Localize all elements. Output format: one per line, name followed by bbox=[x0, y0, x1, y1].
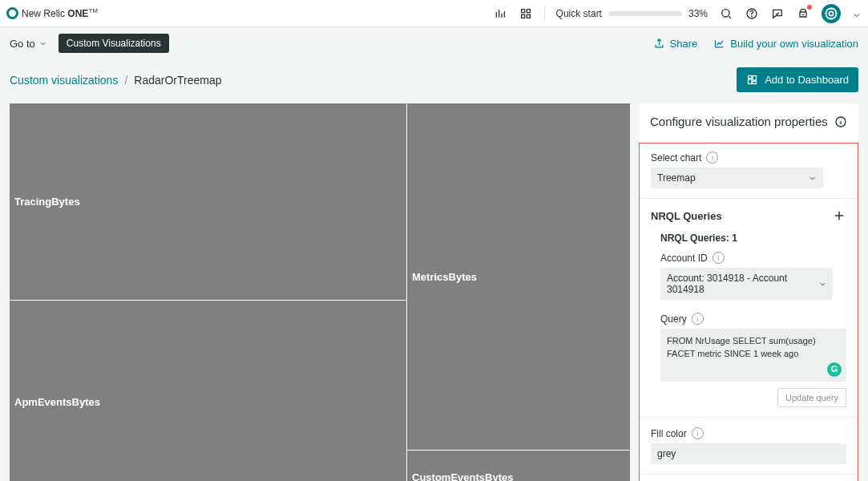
top-header: New Relic ONETM Quick start 33% bbox=[0, 0, 868, 27]
treemap-cell-apmeventsbytes[interactable]: ApmEventsBytes bbox=[10, 301, 406, 481]
update-query-button[interactable]: Update query bbox=[777, 388, 846, 407]
chevron-down-icon bbox=[818, 280, 826, 289]
quick-start-percent: 33% bbox=[688, 8, 708, 19]
select-chart-label: Select chart bbox=[651, 152, 701, 164]
svg-point-7 bbox=[826, 8, 836, 18]
help-icon[interactable] bbox=[745, 6, 759, 21]
build-viz-button[interactable]: Build your own visualization bbox=[713, 38, 858, 50]
panel-title: Configure visualization properties bbox=[650, 115, 834, 128]
query-textarea[interactable]: FROM NrUsage SELECT sum(usage) FACET met… bbox=[660, 329, 846, 382]
breadcrumb-row: Custom visualizations / RadarOrTreemap A… bbox=[0, 59, 868, 103]
content-area: TracingBytes MetricsBytes ApmEventsBytes… bbox=[0, 103, 868, 481]
visualization-preview: TracingBytes MetricsBytes ApmEventsBytes… bbox=[10, 103, 629, 481]
treemap-chart: TracingBytes MetricsBytes ApmEventsBytes… bbox=[10, 103, 629, 481]
svg-rect-9 bbox=[749, 76, 752, 79]
account-dropdown[interactable]: Account: 3014918 - Account 3014918 bbox=[660, 268, 833, 300]
svg-rect-2 bbox=[521, 14, 524, 18]
fill-color-label-row: Fill color i bbox=[651, 427, 846, 439]
fill-color-input[interactable] bbox=[651, 443, 846, 464]
metrics-icon[interactable] bbox=[493, 6, 507, 21]
user-avatar[interactable] bbox=[822, 4, 841, 23]
svg-rect-10 bbox=[753, 76, 756, 81]
secondary-bar: Go to Custom Visualizations Share Build … bbox=[0, 27, 868, 59]
context-pill[interactable]: Custom Visualizations bbox=[59, 34, 169, 53]
quick-start-label: Quick start bbox=[556, 8, 602, 19]
svg-rect-11 bbox=[749, 79, 752, 84]
svg-rect-3 bbox=[527, 14, 530, 18]
share-label: Share bbox=[670, 38, 698, 50]
nrql-count: NRQL Queries: 1 bbox=[651, 232, 846, 244]
logo-icon bbox=[6, 7, 18, 19]
chart-icon bbox=[713, 38, 725, 50]
plus-icon bbox=[832, 208, 846, 223]
apps-icon[interactable] bbox=[519, 6, 533, 21]
chevron-down-icon bbox=[38, 39, 47, 48]
dashboard-icon bbox=[746, 74, 758, 86]
breadcrumb-root[interactable]: Custom visualizations bbox=[10, 74, 118, 87]
query-label: Query bbox=[660, 313, 687, 325]
treemap-cell-tracingbytes[interactable]: TracingBytes bbox=[10, 103, 406, 300]
select-chart-value: Treemap bbox=[657, 172, 696, 184]
header-actions: Quick start 33% bbox=[493, 4, 862, 23]
account-id-label-row: Account ID i bbox=[660, 252, 846, 264]
brand-bold: ONE bbox=[67, 8, 88, 19]
goto-label: Go to bbox=[10, 38, 35, 50]
quick-start[interactable]: Quick start 33% bbox=[556, 8, 708, 19]
info-icon[interactable]: i bbox=[692, 313, 704, 325]
account-id-label: Account ID bbox=[660, 253, 708, 264]
breadcrumb-current: RadarOrTreemap bbox=[134, 74, 221, 87]
info-icon[interactable]: i bbox=[713, 252, 725, 264]
svg-rect-0 bbox=[521, 9, 524, 12]
share-button[interactable]: Share bbox=[653, 38, 698, 50]
properties-panel: Configure visualization properties Selec… bbox=[639, 103, 858, 481]
progress-track bbox=[608, 11, 682, 16]
treemap-cell-metricsbytes[interactable]: MetricsBytes bbox=[407, 103, 630, 450]
brand-text: New Relic ONETM bbox=[22, 7, 98, 19]
treemap-cell-customeventsbytes[interactable]: CustomEventsBytes bbox=[407, 451, 630, 481]
search-icon[interactable] bbox=[719, 6, 733, 21]
feedback-icon[interactable] bbox=[770, 6, 785, 21]
svg-point-6 bbox=[752, 16, 753, 17]
account-value: Account: 3014918 - Account 3014918 bbox=[667, 273, 818, 295]
svg-point-8 bbox=[829, 11, 833, 15]
svg-rect-12 bbox=[753, 81, 756, 83]
whats-new-icon[interactable] bbox=[796, 6, 810, 21]
svg-point-4 bbox=[722, 9, 729, 16]
goto-menu[interactable]: Go to bbox=[10, 38, 47, 50]
notification-dot-icon bbox=[807, 5, 812, 10]
panel-header: Configure visualization properties bbox=[639, 103, 858, 143]
brand-prefix: New Relic bbox=[22, 8, 67, 19]
info-icon[interactable]: i bbox=[706, 152, 718, 164]
info-icon[interactable]: i bbox=[692, 427, 704, 439]
add-dashboard-label: Add to Dashboard bbox=[765, 74, 849, 86]
nrql-section-title: NRQL Queries bbox=[651, 210, 722, 222]
info-icon[interactable] bbox=[834, 115, 847, 128]
svg-rect-1 bbox=[527, 9, 530, 12]
add-to-dashboard-button[interactable]: Add to Dashboard bbox=[737, 67, 858, 92]
breadcrumb-sep: / bbox=[124, 74, 127, 87]
nrql-section-header: NRQL Queries bbox=[651, 208, 846, 223]
share-icon bbox=[653, 38, 665, 50]
chevron-down-icon[interactable] bbox=[852, 9, 862, 18]
brand-logo[interactable]: New Relic ONETM bbox=[6, 7, 98, 19]
select-chart-label-row: Select chart i bbox=[651, 152, 846, 164]
grammarly-icon[interactable]: G bbox=[827, 362, 842, 377]
chevron-down-icon bbox=[808, 174, 817, 183]
query-label-row: Query i bbox=[660, 313, 846, 325]
select-chart-dropdown[interactable]: Treemap bbox=[651, 168, 823, 188]
query-text: FROM NrUsage SELECT sum(usage) FACET met… bbox=[667, 336, 816, 358]
build-label: Build your own visualization bbox=[730, 38, 858, 50]
fill-color-label: Fill color bbox=[651, 428, 687, 439]
add-query-button[interactable] bbox=[832, 208, 846, 223]
panel-body: Select chart i Treemap NRQL Queries NRQL… bbox=[639, 143, 858, 481]
brand-tm: TM bbox=[88, 7, 98, 14]
